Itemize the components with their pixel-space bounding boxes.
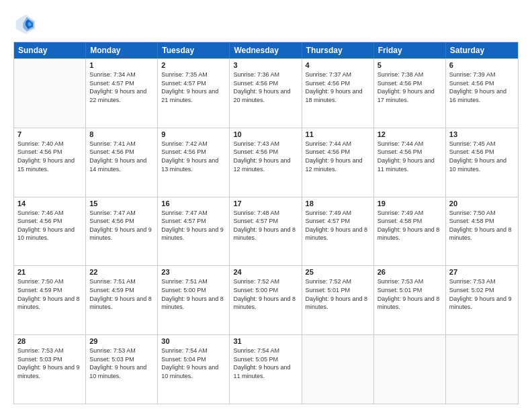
day-info: Sunrise: 7:51 AMSunset: 5:00 PMDaylight:… [161, 277, 226, 311]
cal-cell-w2-d5: 11Sunrise: 7:44 AMSunset: 4:56 PMDayligh… [302, 128, 374, 197]
logo [13, 12, 40, 36]
cal-cell-w1-d6: 5Sunrise: 7:38 AMSunset: 4:56 PMDaylight… [374, 59, 446, 128]
day-number: 17 [233, 199, 298, 208]
day-info: Sunrise: 7:54 AMSunset: 5:05 PMDaylight:… [233, 347, 298, 380]
cal-cell-w3-d1: 14Sunrise: 7:46 AMSunset: 4:56 PMDayligh… [14, 197, 86, 266]
cal-cell-w1-d2: 1Sunrise: 7:34 AMSunset: 4:57 PMDaylight… [86, 59, 158, 128]
cal-cell-w4-d2: 22Sunrise: 7:51 AMSunset: 4:59 PMDayligh… [86, 266, 158, 334]
cal-cell-w5-d1: 28Sunrise: 7:53 AMSunset: 5:03 PMDayligh… [14, 335, 86, 404]
cal-cell-w5-d5 [302, 335, 374, 404]
cal-header-tuesday: Tuesday [158, 42, 230, 58]
day-number: 14 [17, 199, 82, 208]
day-number: 2 [161, 61, 226, 69]
cal-header-friday: Friday [374, 42, 446, 58]
day-info: Sunrise: 7:53 AMSunset: 5:01 PMDaylight:… [378, 277, 442, 311]
day-info: Sunrise: 7:53 AMSunset: 5:02 PMDaylight:… [449, 277, 515, 311]
cal-cell-w4-d6: 26Sunrise: 7:53 AMSunset: 5:01 PMDayligh… [374, 266, 446, 334]
cal-cell-w5-d4: 31Sunrise: 7:54 AMSunset: 5:05 PMDayligh… [230, 335, 302, 404]
cal-cell-w4-d5: 25Sunrise: 7:52 AMSunset: 5:01 PMDayligh… [302, 266, 374, 334]
day-info: Sunrise: 7:41 AMSunset: 4:56 PMDaylight:… [89, 140, 154, 173]
day-number: 11 [306, 130, 370, 138]
day-number: 27 [449, 268, 515, 276]
day-info: Sunrise: 7:54 AMSunset: 5:04 PMDaylight:… [161, 347, 226, 380]
cal-cell-w1-d3: 2Sunrise: 7:35 AMSunset: 4:57 PMDaylight… [158, 59, 230, 128]
calendar: SundayMondayTuesdayWednesdayThursdayFrid… [13, 42, 519, 404]
day-number: 6 [449, 61, 515, 69]
day-number: 10 [233, 130, 298, 138]
day-number: 15 [89, 199, 154, 208]
calendar-header: SundayMondayTuesdayWednesdayThursdayFrid… [14, 42, 518, 58]
cal-header-saturday: Saturday [446, 42, 518, 58]
cal-header-wednesday: Wednesday [230, 42, 302, 58]
page: SundayMondayTuesdayWednesdayThursdayFrid… [0, 0, 532, 411]
cal-cell-w2-d6: 12Sunrise: 7:44 AMSunset: 4:56 PMDayligh… [374, 128, 446, 197]
day-info: Sunrise: 7:51 AMSunset: 4:59 PMDaylight:… [89, 277, 154, 311]
cal-cell-w1-d1 [14, 59, 86, 128]
day-number: 18 [306, 199, 370, 208]
cal-cell-w3-d7: 20Sunrise: 7:50 AMSunset: 4:58 PMDayligh… [446, 197, 518, 266]
day-number: 24 [233, 268, 298, 276]
day-number: 5 [378, 61, 442, 69]
cal-week-5: 28Sunrise: 7:53 AMSunset: 5:03 PMDayligh… [14, 334, 518, 404]
day-info: Sunrise: 7:36 AMSunset: 4:56 PMDaylight:… [233, 71, 298, 104]
cal-cell-w2-d7: 13Sunrise: 7:45 AMSunset: 4:56 PMDayligh… [446, 128, 518, 197]
cal-cell-w3-d3: 16Sunrise: 7:47 AMSunset: 4:57 PMDayligh… [158, 197, 230, 266]
day-number: 30 [161, 337, 226, 345]
cal-header-monday: Monday [86, 42, 158, 58]
day-number: 7 [17, 130, 82, 138]
day-number: 20 [449, 199, 515, 208]
day-info: Sunrise: 7:49 AMSunset: 4:57 PMDaylight:… [306, 209, 370, 242]
cal-cell-w2-d4: 10Sunrise: 7:43 AMSunset: 4:56 PMDayligh… [230, 128, 302, 197]
day-info: Sunrise: 7:47 AMSunset: 4:57 PMDaylight:… [161, 209, 226, 242]
day-number: 28 [17, 337, 82, 345]
cal-cell-w1-d7: 6Sunrise: 7:39 AMSunset: 4:56 PMDaylight… [446, 59, 518, 128]
day-number: 19 [378, 199, 442, 208]
day-number: 31 [233, 337, 298, 345]
day-info: Sunrise: 7:50 AMSunset: 4:59 PMDaylight:… [17, 277, 82, 311]
day-info: Sunrise: 7:52 AMSunset: 5:01 PMDaylight:… [306, 277, 370, 311]
cal-cell-w3-d4: 17Sunrise: 7:48 AMSunset: 4:57 PMDayligh… [230, 197, 302, 266]
day-info: Sunrise: 7:53 AMSunset: 5:03 PMDaylight:… [17, 347, 82, 380]
cal-header-sunday: Sunday [14, 42, 86, 58]
cal-cell-w4-d4: 24Sunrise: 7:52 AMSunset: 5:00 PMDayligh… [230, 266, 302, 334]
day-info: Sunrise: 7:53 AMSunset: 5:03 PMDaylight:… [89, 347, 154, 380]
cal-cell-w2-d2: 8Sunrise: 7:41 AMSunset: 4:56 PMDaylight… [86, 128, 158, 197]
cal-cell-w4-d3: 23Sunrise: 7:51 AMSunset: 5:00 PMDayligh… [158, 266, 230, 334]
cal-week-2: 7Sunrise: 7:40 AMSunset: 4:56 PMDaylight… [14, 128, 518, 197]
day-info: Sunrise: 7:48 AMSunset: 4:57 PMDaylight:… [233, 209, 298, 242]
cal-cell-w3-d5: 18Sunrise: 7:49 AMSunset: 4:57 PMDayligh… [302, 197, 374, 266]
cal-cell-w1-d4: 3Sunrise: 7:36 AMSunset: 4:56 PMDaylight… [230, 59, 302, 128]
header [13, 12, 519, 36]
cal-week-4: 21Sunrise: 7:50 AMSunset: 4:59 PMDayligh… [14, 265, 518, 334]
day-info: Sunrise: 7:38 AMSunset: 4:56 PMDaylight:… [378, 71, 442, 104]
day-number: 25 [306, 268, 370, 276]
cal-cell-w5-d6 [374, 335, 446, 404]
day-number: 4 [306, 61, 370, 69]
cal-cell-w1-d5: 4Sunrise: 7:37 AMSunset: 4:56 PMDaylight… [302, 59, 374, 128]
day-info: Sunrise: 7:42 AMSunset: 4:56 PMDaylight:… [161, 140, 226, 173]
cal-cell-w5-d3: 30Sunrise: 7:54 AMSunset: 5:04 PMDayligh… [158, 335, 230, 404]
cal-cell-w4-d7: 27Sunrise: 7:53 AMSunset: 5:02 PMDayligh… [446, 266, 518, 334]
day-info: Sunrise: 7:43 AMSunset: 4:56 PMDaylight:… [233, 140, 298, 173]
day-number: 16 [161, 199, 226, 208]
day-number: 3 [233, 61, 298, 69]
day-number: 22 [89, 268, 154, 276]
day-number: 23 [161, 268, 226, 276]
day-info: Sunrise: 7:46 AMSunset: 4:56 PMDaylight:… [17, 209, 82, 242]
day-info: Sunrise: 7:35 AMSunset: 4:57 PMDaylight:… [161, 71, 226, 104]
logo-icon [13, 12, 38, 36]
day-number: 1 [89, 61, 154, 69]
day-number: 26 [378, 268, 442, 276]
day-info: Sunrise: 7:44 AMSunset: 4:56 PMDaylight:… [378, 140, 442, 173]
day-number: 21 [17, 268, 82, 276]
day-number: 29 [89, 337, 154, 345]
cal-header-thursday: Thursday [302, 42, 374, 58]
cal-week-3: 14Sunrise: 7:46 AMSunset: 4:56 PMDayligh… [14, 197, 518, 266]
cal-week-1: 1Sunrise: 7:34 AMSunset: 4:57 PMDaylight… [14, 58, 518, 128]
day-info: Sunrise: 7:40 AMSunset: 4:56 PMDaylight:… [17, 140, 82, 173]
cal-cell-w5-d7 [446, 335, 518, 404]
day-number: 8 [89, 130, 154, 138]
cal-cell-w3-d6: 19Sunrise: 7:49 AMSunset: 4:58 PMDayligh… [374, 197, 446, 266]
day-info: Sunrise: 7:47 AMSunset: 4:56 PMDaylight:… [89, 209, 154, 242]
cal-cell-w5-d2: 29Sunrise: 7:53 AMSunset: 5:03 PMDayligh… [86, 335, 158, 404]
